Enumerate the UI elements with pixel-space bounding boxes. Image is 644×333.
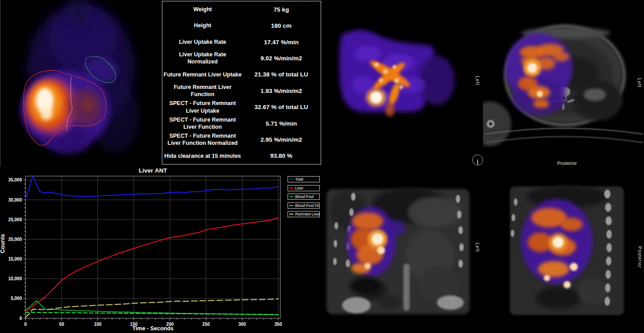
parameter-row: Height180 cm [162,17,321,34]
liver-analysis-workspace: Weight75 kgHeight180 cmLiver Uptake Rate… [0,0,644,333]
chart-legend: TotalLiverBlood PoolBlood Pool FitRemnan… [288,176,320,217]
coronal-left-orientation-label: Left [475,243,480,252]
parameter-row: SPECT - Future Remnant Liver Function No… [162,131,321,148]
legend-label: Liver [295,186,303,190]
axial-left-orientation-label: Left [637,78,642,88]
parameter-value: 17.47 %/min [242,39,321,46]
svg-text:0: 0 [19,316,22,321]
axial-posterior-orientation-label: Posterior [553,160,581,166]
parameter-value: 2.95 %/min/m2 [242,136,321,143]
time-activity-chart: Liver ANT Counts 05010015020025030035005… [0,166,295,333]
legend-marker-blood-pool-fit [289,205,293,206]
posterior-view-orientation-label: Posterior [637,246,642,268]
parameter-label: Liver Uptake Rate [162,38,242,46]
parameter-label: Weight [162,6,242,13]
orientation-marker-icon[interactable] [472,155,483,165]
parameter-value: 1.93 %/min/m2 [242,88,321,94]
parameter-label: SPECT - Future Remnant Liver Function No… [162,132,242,147]
parameter-row: Liver Uptake Rate Normalized9.02 %/min/m… [162,50,321,66]
series-line-total [25,176,278,198]
svg-text:10,000: 10,000 [8,276,22,281]
svg-text:15,000: 15,000 [8,257,22,261]
parameter-row: Future Remnant Liver Function1.93 %/min/… [162,83,321,99]
chart-plot-area[interactable]: 05010015020025030035005,00010,00015,0002… [0,166,295,333]
svg-text:25,000: 25,000 [8,217,22,222]
parameter-value: 32.67 % of total LU [242,104,321,110]
parameter-value: 21.38 % of total LU [242,71,321,78]
legend-marker-liver [289,188,293,189]
legend-label: Blood Pool [295,194,314,199]
parameter-label: Hida clearance at 15 minutes [162,152,242,160]
parameter-label: SPECT - Future Remnant Liver Uptake [162,100,242,114]
parameter-value: 5.71 %/min [242,120,321,127]
parameter-row: Weight75 kg [162,1,321,17]
mip-left-orientation-label: Left [475,76,480,85]
coronal-fused-viewport[interactable] [323,185,473,319]
legend-label: Remnant Liver [295,212,320,216]
axial-fused-viewport[interactable] [483,19,644,151]
svg-text:30,000: 30,000 [8,198,22,202]
parameter-row: Liver Uptake Rate17.47 %/min [162,34,321,50]
legend-marker-remnant-liver [289,214,293,215]
svg-text:20,000: 20,000 [8,237,22,242]
legend-item-total[interactable]: Total [288,176,320,182]
legend-marker-blood-pool [289,196,293,197]
parameter-value: 75 kg [242,6,321,13]
parameter-label: Liver Uptake Rate Normalized [162,51,242,66]
parameter-label: SPECT - Future Remnant Liver Function [162,116,242,131]
parameter-value: 93.80 % [242,152,321,159]
legend-item-blood-pool-fit[interactable]: Blood Pool Fit [288,202,320,209]
legend-marker-total [289,179,293,180]
series-line-liver [25,218,278,311]
legend-item-liver[interactable]: Liver [288,185,320,191]
legend-label: Total [295,177,303,181]
svg-text:5,000: 5,000 [11,296,22,301]
parameter-row: SPECT - Future Remnant Liver Function5.7… [162,115,321,131]
posterior-coronal-fused-viewport[interactable] [504,184,632,318]
planar-scintigraphy-viewport[interactable] [0,0,161,167]
parameter-row: Hida clearance at 15 minutes93.80 % [162,148,321,164]
parameter-label: Future Remnant Liver Function [162,84,242,98]
parameter-table: Weight75 kgHeight180 cmLiver Uptake Rate… [162,1,321,164]
parameter-value: 180 cm [242,22,321,29]
parameter-value: 9.02 %/min/m2 [242,55,321,62]
parameter-label: Future Remnant Liver Uptake [162,71,242,78]
parameter-row: Future Remnant Liver Uptake21.38 % of to… [162,67,321,83]
spect-mip-viewport[interactable] [323,18,479,161]
svg-text:35,000: 35,000 [8,177,22,182]
legend-item-remnant-liver[interactable]: Remnant Liver [288,211,320,217]
legend-item-blood-pool[interactable]: Blood Pool [288,194,320,200]
parameter-row: SPECT - Future Remnant Liver Uptake32.67… [162,99,321,115]
legend-label: Blood Pool Fit [295,203,319,208]
chart-x-axis-label: Time - Seconds [25,325,280,332]
parameter-label: Height [162,22,242,29]
